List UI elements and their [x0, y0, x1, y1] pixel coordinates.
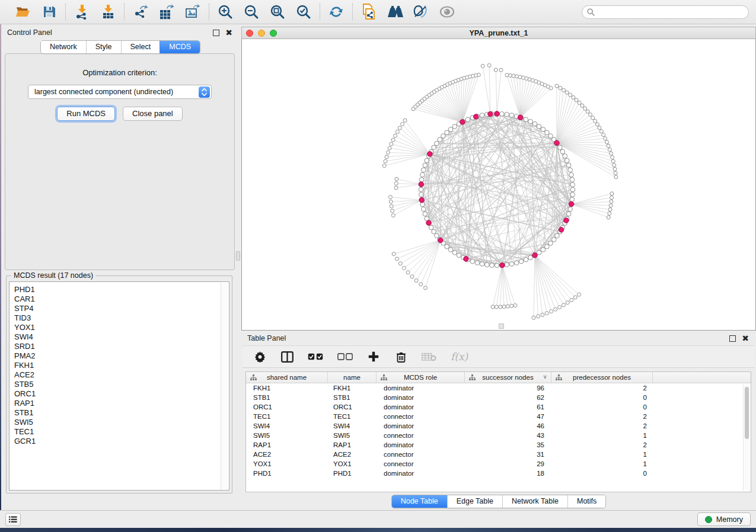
graph-leaf-node[interactable] — [487, 63, 491, 67]
graph-leaf-node[interactable] — [575, 98, 578, 102]
graph-node[interactable] — [500, 111, 505, 116]
import-table-icon[interactable] — [99, 3, 117, 21]
graph-node[interactable] — [548, 241, 553, 246]
graph-node[interactable] — [419, 187, 423, 192]
graph-mcds-node[interactable] — [554, 140, 559, 145]
graph-leaf-node[interactable] — [608, 211, 611, 215]
graph-leaf-node[interactable] — [610, 192, 614, 196]
graph-leaf-node[interactable] — [395, 177, 398, 181]
graph-mcds-node[interactable] — [474, 114, 479, 119]
graph-leaf-node[interactable] — [598, 126, 601, 130]
global-search[interactable] — [582, 5, 749, 19]
graph-node[interactable] — [570, 187, 575, 192]
graph-leaf-node[interactable] — [602, 133, 605, 137]
export-image-icon[interactable] — [184, 3, 202, 21]
graph-node[interactable] — [423, 211, 428, 216]
graph-leaf-node[interactable] — [608, 208, 612, 211]
graph-leaf-node[interactable] — [595, 123, 599, 126]
mcds-result-item[interactable]: STB1 — [14, 408, 229, 418]
float-panel-icon[interactable] — [729, 335, 736, 342]
graph-mcds-node[interactable] — [518, 115, 522, 120]
graph-leaf-node[interactable] — [391, 214, 395, 217]
graph-leaf-node[interactable] — [495, 305, 498, 309]
graph-leaf-node[interactable] — [395, 130, 399, 133]
graph-leaf-node[interactable] — [570, 299, 573, 302]
graph-node[interactable] — [541, 127, 546, 132]
graph-leaf-node[interactable] — [513, 304, 517, 307]
graph-leaf-node[interactable] — [610, 196, 614, 200]
graph-node[interactable] — [564, 158, 569, 163]
graph-leaf-node[interactable] — [607, 216, 610, 219]
graph-leaf-node[interactable] — [389, 200, 393, 203]
graph-node[interactable] — [532, 121, 537, 126]
window-close-icon[interactable] — [246, 30, 253, 37]
graph-node[interactable] — [551, 238, 556, 242]
zoom-fit-icon[interactable] — [269, 3, 286, 21]
graph-node[interactable] — [422, 207, 426, 211]
table-row[interactable]: ACE2ACE2connector311 — [246, 450, 751, 459]
graph-node[interactable] — [441, 134, 446, 139]
graph-leaf-node[interactable] — [506, 305, 509, 308]
graph-leaf-node[interactable] — [537, 315, 540, 318]
graph-leaf-node[interactable] — [588, 113, 592, 116]
function-builder-icon[interactable]: f(x) — [451, 350, 468, 364]
graph-node[interactable] — [419, 177, 424, 182]
graph-leaf-node[interactable] — [583, 107, 587, 110]
network-canvas[interactable] — [241, 39, 756, 331]
graph-leaf-node[interactable] — [518, 75, 522, 79]
mcds-result-item[interactable]: STP4 — [14, 304, 229, 313]
graph-leaf-node[interactable] — [419, 283, 423, 286]
zoom-selected-icon[interactable] — [295, 3, 312, 21]
table-row[interactable]: STB1STB1dominator620 — [246, 393, 751, 402]
graph-node[interactable] — [541, 248, 546, 252]
graph-leaf-node[interactable] — [382, 164, 386, 168]
graph-leaf-node[interactable] — [562, 88, 566, 92]
graph-leaf-node[interactable] — [613, 164, 616, 167]
graph-node[interactable] — [537, 251, 541, 255]
table-row[interactable]: YOX1YOX1connector291 — [246, 459, 751, 469]
graph-node[interactable] — [484, 262, 489, 267]
mcds-result-item[interactable]: RAP1 — [14, 399, 229, 408]
graph-node[interactable] — [432, 229, 436, 234]
graph-leaf-node[interactable] — [607, 144, 610, 148]
graph-node[interactable] — [548, 134, 553, 139]
graph-node[interactable] — [570, 177, 575, 182]
mcds-result-item[interactable]: ORC1 — [14, 389, 229, 399]
graph-leaf-node[interactable] — [604, 137, 607, 140]
graph-mcds-node[interactable] — [419, 182, 423, 187]
graph-node[interactable] — [514, 261, 519, 265]
graph-node[interactable] — [432, 145, 436, 150]
column-header-MCDS-role[interactable]: MCDS role — [377, 372, 465, 383]
delete-table-icon[interactable] — [422, 350, 436, 364]
graph-leaf-node[interactable] — [515, 75, 518, 78]
table-row[interactable]: TEC1TEC1connector472 — [246, 412, 751, 421]
tab-edge-table[interactable]: Edge Table — [447, 495, 502, 508]
graph-leaf-node[interactable] — [505, 73, 509, 77]
graph-node[interactable] — [558, 145, 563, 150]
graph-leaf-node[interactable] — [491, 305, 495, 309]
graph-leaf-node[interactable] — [610, 200, 613, 203]
graph-leaf-node[interactable] — [545, 312, 548, 315]
graph-mcds-node[interactable] — [532, 253, 537, 258]
graph-mcds-node[interactable] — [559, 227, 563, 232]
export-network-icon[interactable] — [132, 3, 149, 21]
graph-leaf-node[interactable] — [599, 130, 603, 133]
graph-leaf-node[interactable] — [594, 119, 597, 123]
graph-leaf-node[interactable] — [572, 95, 575, 99]
graph-node[interactable] — [505, 262, 509, 267]
canvas-resize-handle[interactable] — [499, 323, 504, 329]
graph-leaf-node[interactable] — [398, 126, 401, 130]
column-header-shared-name[interactable]: shared name — [246, 372, 328, 383]
import-network-icon[interactable] — [73, 3, 91, 21]
close-panel-icon[interactable]: ✖ — [225, 30, 232, 36]
graph-node[interactable] — [566, 211, 571, 216]
graph-leaf-node[interactable] — [392, 252, 395, 256]
graph-mcds-node[interactable] — [419, 198, 424, 203]
graph-leaf-node[interactable] — [394, 182, 398, 185]
graph-leaf-node[interactable] — [398, 262, 402, 265]
delete-column-icon[interactable] — [394, 350, 407, 364]
tab-motifs[interactable]: Motifs — [567, 495, 605, 508]
graph-leaf-node[interactable] — [424, 286, 428, 290]
column-header-predecessor-nodes[interactable]: predecessor nodes — [551, 372, 653, 383]
graph-leaf-node[interactable] — [391, 138, 395, 142]
